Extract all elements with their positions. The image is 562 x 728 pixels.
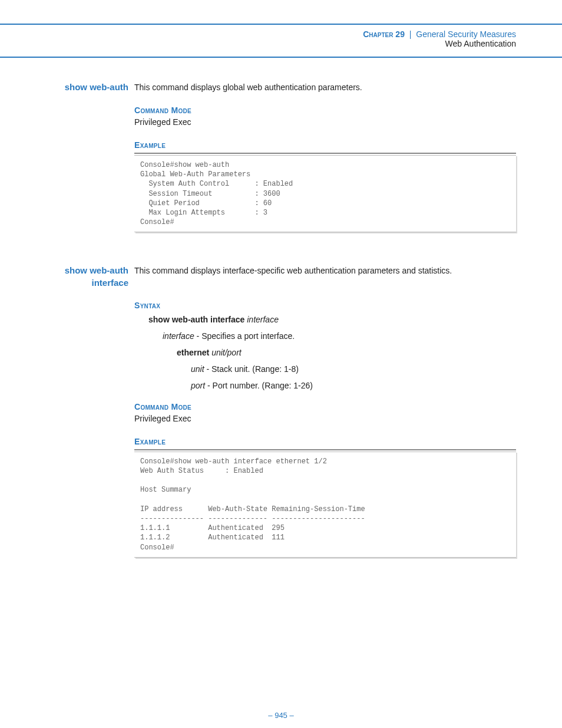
syntax-italic: interface bbox=[163, 331, 194, 341]
chapter-label: Chapter 29 bbox=[363, 29, 405, 39]
syntax-desc: - Specifies a port interface. bbox=[197, 331, 295, 341]
section-title: Example bbox=[134, 140, 516, 150]
section-body: Privileged Exec bbox=[134, 116, 516, 129]
example-section: Example bbox=[134, 437, 516, 446]
command-mode-section: Command Mode Privileged Exec bbox=[134, 402, 516, 425]
syntax-section: Syntax show web-auth interface interface… bbox=[134, 301, 516, 390]
code-block: Console#show web-auth interface ethernet… bbox=[134, 449, 516, 558]
syntax-ethernet-line: ethernet unit/port bbox=[177, 348, 516, 357]
chapter-title: General Security Measures bbox=[416, 29, 516, 39]
command-name: show web-auth bbox=[46, 81, 134, 93]
header-separator: | bbox=[407, 29, 414, 39]
syntax-bold: show web-auth interface bbox=[148, 315, 244, 324]
syntax-bold: ethernet bbox=[177, 348, 209, 357]
syntax-interface-line: interface - Specifies a port interface. bbox=[163, 331, 516, 341]
command-mode-section: Command Mode Privileged Exec bbox=[134, 106, 516, 129]
code-text: Console#show web-auth Global Web-Auth Pa… bbox=[140, 160, 510, 227]
command-description: This command displays interface-specific… bbox=[134, 265, 516, 277]
command-show-web-auth-interface: show web-auth interface This command dis… bbox=[46, 265, 516, 557]
command-show-web-auth: show web-auth This command displays glob… bbox=[46, 81, 516, 232]
syntax-italic: interface bbox=[247, 315, 279, 324]
example-section: Example bbox=[134, 140, 516, 150]
command-name: show web-auth interface bbox=[46, 265, 134, 289]
code-text: Console#show web-auth interface ethernet… bbox=[140, 457, 510, 552]
page-content: show web-auth This command displays glob… bbox=[0, 58, 562, 558]
section-title: Syntax bbox=[134, 301, 516, 310]
syntax-italic: unit/port bbox=[211, 348, 242, 357]
syntax-command-line: show web-auth interface interface bbox=[148, 315, 516, 324]
syntax-desc: - Stack unit. (Range: 1-8) bbox=[206, 364, 298, 374]
section-title: Command Mode bbox=[134, 106, 516, 115]
syntax-unit-line: unit - Stack unit. (Range: 1-8) bbox=[191, 364, 516, 374]
section-body: Privileged Exec bbox=[134, 413, 516, 425]
command-description: This command displays global web authent… bbox=[134, 81, 516, 94]
page-header: Chapter 29 | General Security Measures W… bbox=[0, 25, 562, 58]
section-title: Command Mode bbox=[134, 402, 516, 411]
syntax-italic: port bbox=[191, 381, 205, 390]
page-number: – 945 – bbox=[0, 711, 562, 728]
syntax-italic: unit bbox=[191, 364, 204, 374]
code-block: Console#show web-auth Global Web-Auth Pa… bbox=[134, 153, 516, 232]
section-title: Example bbox=[134, 437, 516, 446]
header-subtitle: Web Authentication bbox=[0, 39, 516, 48]
syntax-port-line: port - Port number. (Range: 1-26) bbox=[191, 381, 516, 390]
syntax-desc: - Port number. (Range: 1-26) bbox=[207, 381, 313, 390]
